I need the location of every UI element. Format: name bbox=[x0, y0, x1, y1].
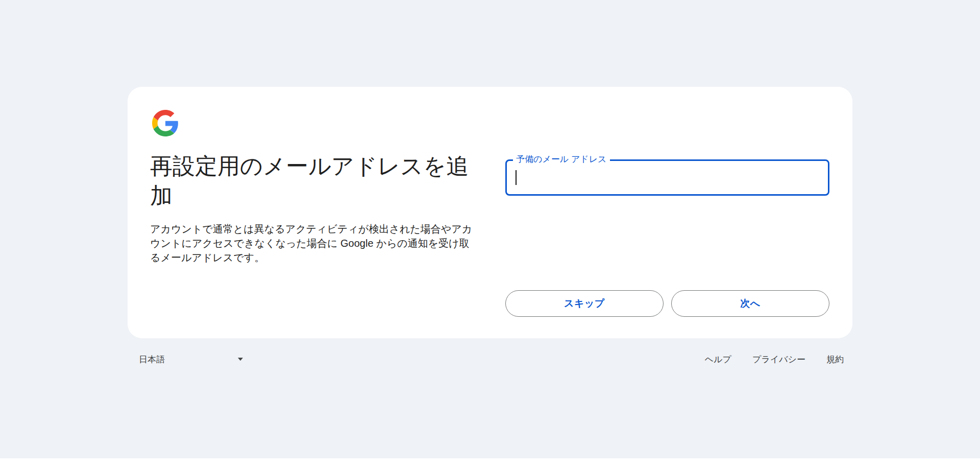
action-button-row: スキップ 次へ bbox=[505, 290, 829, 317]
footer-links: ヘルプ プライバシー 規約 bbox=[705, 354, 844, 365]
text-caret bbox=[516, 170, 517, 185]
skip-button[interactable]: スキップ bbox=[505, 290, 664, 317]
recovery-email-card: 再設定用のメールアドレスを追加 アカウントで通常とは異なるアクティビティが検出さ… bbox=[128, 87, 852, 338]
footer: 日本語 ヘルプ プライバシー 規約 bbox=[128, 352, 852, 367]
recovery-email-input[interactable] bbox=[507, 161, 828, 194]
privacy-link[interactable]: プライバシー bbox=[752, 354, 805, 365]
terms-link[interactable]: 規約 bbox=[826, 354, 844, 365]
recovery-email-field[interactable]: 予備のメール アドレス bbox=[505, 159, 829, 196]
help-link[interactable]: ヘルプ bbox=[705, 354, 731, 365]
page-title: 再設定用のメールアドレスを追加 bbox=[150, 151, 482, 211]
language-selector-value: 日本語 bbox=[139, 354, 165, 365]
chevron-down-icon bbox=[238, 358, 243, 361]
page-description: アカウントで通常とは異なるアクティビティが検出された場合やアカウントにアクセスで… bbox=[150, 222, 478, 265]
google-logo-icon bbox=[152, 110, 179, 136]
next-button[interactable]: 次へ bbox=[671, 290, 829, 317]
language-selector[interactable]: 日本語 bbox=[139, 354, 245, 365]
